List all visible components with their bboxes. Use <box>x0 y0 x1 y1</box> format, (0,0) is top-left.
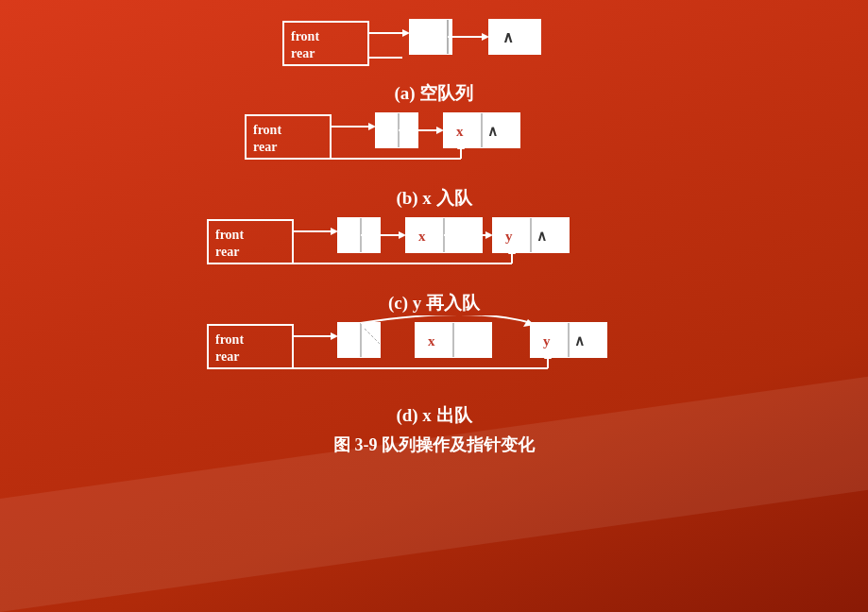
svg-text:rear: rear <box>215 245 239 259</box>
caption-b: (b) x 入队 <box>396 186 471 211</box>
svg-text:∧: ∧ <box>536 229 547 244</box>
svg-text:front: front <box>253 123 281 137</box>
svg-marker-36 <box>399 231 406 239</box>
svg-text:∧: ∧ <box>502 29 514 45</box>
svg-text:∧: ∧ <box>574 333 585 348</box>
svg-text:front: front <box>291 29 319 43</box>
svg-text:x: x <box>418 229 426 244</box>
svg-marker-32 <box>331 228 338 235</box>
page-content: front rear ∧ <box>0 0 868 612</box>
svg-marker-41 <box>485 231 493 239</box>
svg-text:rear: rear <box>291 46 315 60</box>
caption-a: (a) 空队列 <box>395 81 474 106</box>
svg-text:front: front <box>215 228 244 242</box>
caption-c: (c) y 再入队 <box>388 291 480 315</box>
figure-caption: 图 3-9 队列操作及指针变化 <box>333 434 535 456</box>
svg-text:y: y <box>543 333 551 348</box>
svg-marker-53 <box>331 332 338 340</box>
svg-marker-16 <box>368 123 376 130</box>
svg-text:∧: ∧ <box>487 124 498 139</box>
section-c: front rear x <box>198 211 671 315</box>
svg-marker-4 <box>402 29 410 37</box>
svg-text:rear: rear <box>253 140 277 154</box>
svg-text:front: front <box>215 332 244 347</box>
svg-text:x: x <box>428 333 435 348</box>
caption-d: (d) x 出队 <box>396 403 471 428</box>
svg-rect-6 <box>410 20 451 54</box>
svg-rect-54 <box>338 323 380 357</box>
section-d: front rear x <box>198 315 671 428</box>
svg-text:rear: rear <box>215 349 239 364</box>
all-sections: front rear ∧ <box>198 8 671 456</box>
svg-rect-10 <box>489 20 540 54</box>
section-b: front rear x ∧ <box>198 106 671 211</box>
svg-text:x: x <box>456 124 464 139</box>
svg-marker-20 <box>436 127 444 134</box>
section-a: front rear ∧ <box>198 12 671 106</box>
svg-text:y: y <box>505 229 513 244</box>
svg-marker-9 <box>482 33 489 41</box>
